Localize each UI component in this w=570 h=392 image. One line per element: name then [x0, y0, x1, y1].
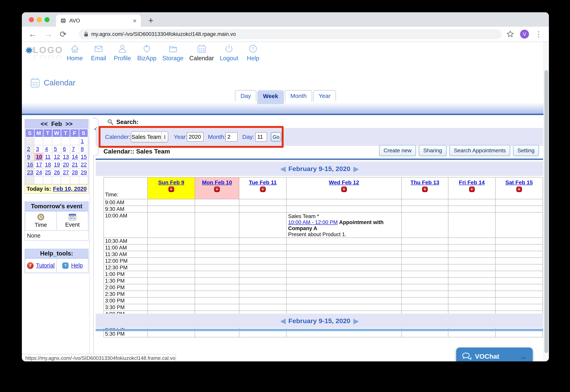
- day-link[interactable]: 23: [27, 169, 33, 175]
- mini-calendar-day-15[interactable]: 15: [79, 153, 88, 161]
- add-appointment-icon[interactable]: +: [260, 186, 266, 192]
- slot-cell[interactable]: [147, 212, 195, 238]
- day-link[interactable]: 28: [72, 169, 78, 175]
- add-appointment-icon[interactable]: +: [422, 186, 428, 192]
- slot-cell[interactable]: [448, 304, 496, 311]
- browser-tab[interactable]: AVO ×: [56, 15, 141, 27]
- slot-cell[interactable]: [195, 291, 239, 297]
- slot-cell[interactable]: [195, 278, 239, 284]
- day-link[interactable]: 19: [54, 161, 60, 168]
- mini-calendar-day-2[interactable]: 2: [25, 145, 34, 153]
- browser-menu-icon[interactable]: ⋮: [535, 30, 542, 38]
- day-link[interactable]: 6: [63, 146, 66, 152]
- mini-calendar-day-24[interactable]: 24: [34, 168, 43, 176]
- day-link[interactable]: 17: [36, 161, 42, 168]
- vochat-button[interactable]: VOChat ⌄: [456, 348, 533, 361]
- day-link[interactable]: 18: [45, 161, 51, 168]
- slot-cell[interactable]: [147, 258, 195, 264]
- slot-cell[interactable]: [448, 199, 496, 206]
- slot-cell[interactable]: [402, 304, 448, 311]
- add-appointment-icon[interactable]: +: [469, 186, 475, 192]
- slot-cell[interactable]: [195, 258, 239, 264]
- mini-calendar-day-17[interactable]: 17: [34, 161, 43, 168]
- slot-cell[interactable]: [147, 297, 195, 304]
- slot-cell[interactable]: [195, 331, 239, 337]
- slot-cell[interactable]: [448, 297, 496, 304]
- slot-cell[interactable]: [448, 271, 496, 278]
- prev-week-icon[interactable]: ◀: [280, 317, 285, 324]
- slot-cell[interactable]: [402, 206, 448, 212]
- day-input[interactable]: [255, 132, 267, 141]
- slot-cell[interactable]: [496, 251, 543, 258]
- day-link[interactable]: 9: [27, 154, 30, 160]
- slot-cell[interactable]: [195, 297, 239, 304]
- slot-cell[interactable]: [147, 284, 195, 291]
- nav-item-bizapp[interactable]: BizApp: [137, 43, 156, 62]
- slot-cell[interactable]: [496, 297, 543, 304]
- slot-cell[interactable]: [195, 284, 239, 291]
- day-link[interactable]: 21: [72, 161, 78, 168]
- slot-cell[interactable]: [496, 238, 543, 244]
- mini-calendar-day-6[interactable]: 6: [61, 145, 70, 153]
- day-link[interactable]: 10: [36, 154, 42, 160]
- slot-cell[interactable]: [147, 251, 195, 258]
- slot-cell[interactable]: [496, 278, 543, 284]
- day-link[interactable]: Fri Feb 14: [459, 180, 485, 185]
- mini-calendar-day-5[interactable]: 5: [52, 145, 61, 153]
- day-link[interactable]: 1: [81, 138, 84, 144]
- setting-button[interactable]: Setting: [513, 145, 539, 156]
- slot-cell[interactable]: [239, 199, 286, 206]
- mini-calendar-day-19[interactable]: 19: [52, 161, 61, 168]
- add-appointment-icon[interactable]: +: [214, 186, 220, 192]
- mini-calendar-day-12[interactable]: 12: [52, 153, 61, 161]
- slot-cell[interactable]: [286, 284, 402, 291]
- slot-cell[interactable]: [402, 251, 448, 258]
- slot-cell[interactable]: [402, 291, 448, 297]
- mini-calendar-day-8[interactable]: 8: [79, 145, 88, 153]
- slot-cell[interactable]: [496, 258, 543, 264]
- slot-cell[interactable]: [286, 291, 402, 297]
- day-link[interactable]: 15: [81, 154, 87, 160]
- slot-cell[interactable]: [239, 212, 286, 238]
- slot-cell[interactable]: [402, 238, 448, 244]
- day-link[interactable]: 11: [45, 154, 51, 160]
- slot-cell[interactable]: [239, 291, 286, 297]
- day-link[interactable]: 16: [27, 161, 33, 168]
- day-link[interactable]: 5: [54, 146, 57, 152]
- slot-cell[interactable]: [496, 304, 543, 311]
- today-link[interactable]: Feb 10, 2020: [53, 186, 87, 192]
- next-week-icon[interactable]: ▶: [353, 317, 358, 324]
- day-link[interactable]: Thu Feb 13: [410, 180, 439, 185]
- slot-cell[interactable]: [239, 278, 286, 284]
- slot-cell[interactable]: [147, 238, 195, 244]
- day-link[interactable]: 22: [81, 161, 87, 168]
- page-scrollbar[interactable]: [543, 42, 549, 361]
- day-link[interactable]: 26: [54, 169, 60, 175]
- nav-item-calendar[interactable]: Calendar: [189, 43, 214, 62]
- slot-cell[interactable]: [286, 206, 402, 212]
- mini-calendar-day-25[interactable]: 25: [43, 168, 52, 176]
- profile-avatar[interactable]: V: [520, 30, 529, 39]
- slot-cell[interactable]: [448, 251, 496, 258]
- next-week-icon[interactable]: ▶: [353, 165, 358, 172]
- slot-cell[interactable]: [195, 271, 239, 278]
- slot-cell[interactable]: [448, 244, 496, 251]
- mini-calendar-day-27[interactable]: 27: [61, 168, 70, 176]
- slot-cell[interactable]: [147, 271, 195, 278]
- search-appointments-button[interactable]: Search Appointments: [450, 145, 510, 156]
- slot-cell[interactable]: [286, 331, 402, 337]
- mini-calendar-day-7[interactable]: 7: [70, 145, 79, 153]
- slot-cell[interactable]: [402, 258, 448, 264]
- slot-cell[interactable]: [195, 251, 239, 258]
- month-input[interactable]: [225, 132, 238, 141]
- mini-calendar-day-13[interactable]: 13: [61, 153, 70, 161]
- close-window-button[interactable]: [29, 17, 34, 22]
- mini-calendar-day-1[interactable]: 1: [79, 137, 88, 145]
- tab-day[interactable]: Day: [235, 90, 256, 101]
- slot-cell[interactable]: [286, 304, 402, 311]
- slot-cell[interactable]: [147, 199, 195, 206]
- day-link[interactable]: 27: [63, 169, 69, 175]
- nav-item-logout[interactable]: Logout: [220, 43, 238, 62]
- maximize-window-button[interactable]: [44, 17, 50, 22]
- mini-calendar-day-29[interactable]: 29: [79, 168, 88, 176]
